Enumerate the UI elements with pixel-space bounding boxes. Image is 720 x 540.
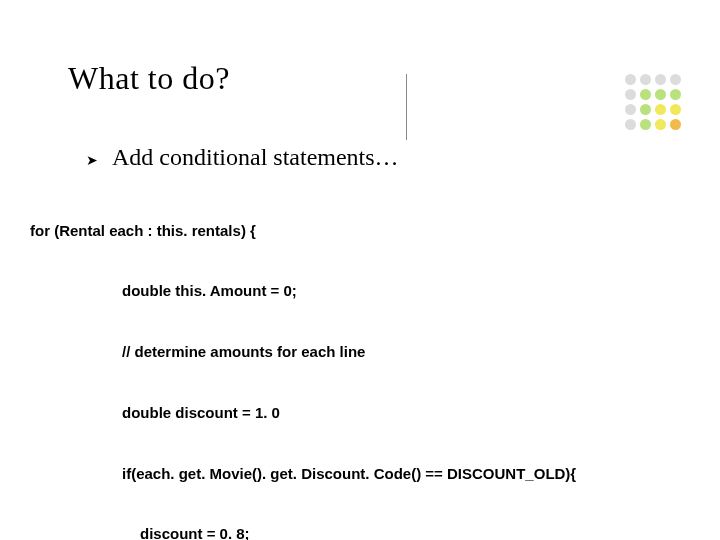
decorative-dots-icon [625,74,682,131]
code-line: double discount = 1. 0 [30,403,690,423]
slide: What to do? ➤ Add conditional statements… [0,0,720,540]
code-line: // determine amounts for each line [30,342,690,362]
code-block: for (Rental each : this. rentals) { doub… [30,180,690,540]
code-line: discount = 0. 8; [30,524,690,540]
chevron-right-icon: ➤ [86,153,98,167]
vertical-divider [406,74,407,140]
code-line: if(each. get. Movie(). get. Discount. Co… [30,464,690,484]
bullet-text: Add conditional statements… [112,144,399,171]
code-line: for (Rental each : this. rentals) { [30,221,690,241]
code-line: double this. Amount = 0; [30,281,690,301]
bullet-item: ➤ Add conditional statements… [86,144,399,171]
slide-title: What to do? [68,60,230,97]
